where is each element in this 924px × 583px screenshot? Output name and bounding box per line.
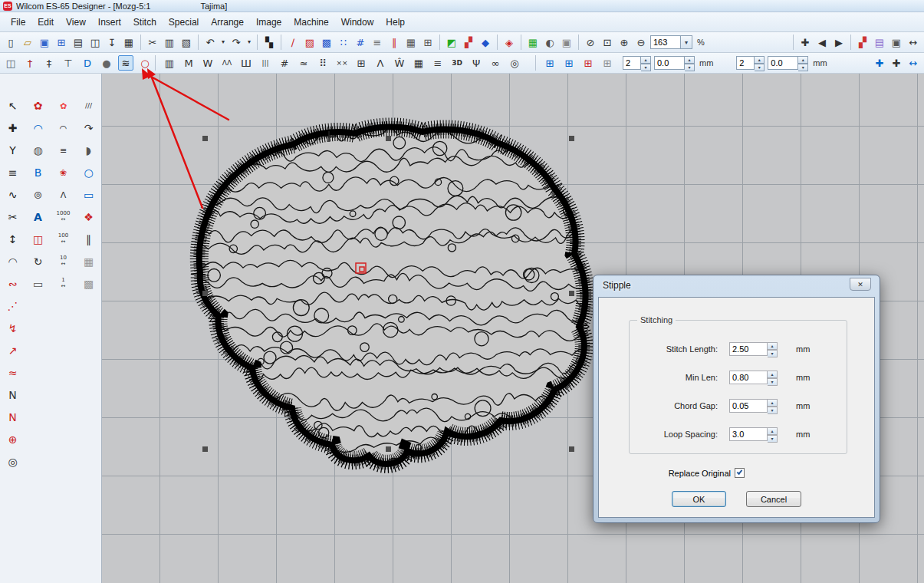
dense-fill-icon[interactable]: |||: [258, 55, 273, 71]
w-line-icon[interactable]: Ŵ: [392, 55, 407, 71]
pin-icon[interactable]: ‡: [41, 55, 57, 71]
spacing-preset-1000[interactable]: 1000↔: [54, 208, 73, 226]
letter-d-icon[interactable]: D: [80, 55, 95, 71]
stitch-length-input[interactable]: [729, 342, 768, 356]
runs-small-icon[interactable]: ≡: [54, 141, 73, 160]
e-stitch-icon[interactable]: Ш: [238, 55, 254, 71]
shapes-icon[interactable]: ◆: [478, 35, 493, 50]
zigzag-tool-icon[interactable]: ∿: [4, 186, 22, 204]
ring-3d-icon[interactable]: ⊚: [29, 186, 48, 204]
min-len-spinner[interactable]: ▴▾: [768, 371, 778, 384]
menu-item-stitch[interactable]: Stitch: [127, 14, 163, 31]
cancel-button[interactable]: Cancel: [746, 491, 801, 507]
next-view-icon[interactable]: ▶: [831, 35, 847, 50]
three-d-icon[interactable]: 3D: [449, 55, 465, 71]
wave-fill-icon[interactable]: ≈: [296, 55, 311, 71]
stipple-run-icon[interactable]: ≋: [118, 55, 133, 71]
grid-d-icon[interactable]: ⊞: [600, 55, 615, 71]
grid-a-icon[interactable]: ⊞: [542, 55, 557, 71]
menu-item-arrange[interactable]: Arrange: [205, 14, 250, 31]
zoom-in-icon[interactable]: ⊕: [617, 35, 632, 50]
angle-small-icon[interactable]: Λ: [54, 186, 73, 204]
zoom-factor-icon[interactable]: ⊘: [583, 35, 598, 50]
grid-spacing-x-input[interactable]: [623, 56, 641, 70]
overlap-view-icon[interactable]: ◐: [542, 35, 557, 50]
menu-item-help[interactable]: Help: [380, 14, 411, 31]
grid-spacing-x-spinner[interactable]: ▴▾: [641, 56, 651, 70]
zoom-dropdown-icon[interactable]: ▾: [681, 35, 692, 49]
dome-small-icon[interactable]: ◠: [54, 119, 73, 137]
stitch-list-icon[interactable]: ≡: [4, 163, 22, 182]
menu-item-image[interactable]: Image: [250, 14, 288, 31]
cylinder-tool-icon[interactable]: ▭: [29, 275, 48, 293]
motif-small-icon[interactable]: ❀: [54, 163, 73, 182]
fan-tool-icon[interactable]: ◠: [4, 252, 22, 271]
film-icon[interactable]: ▞: [461, 35, 476, 50]
export-file-icon[interactable]: ↧: [104, 35, 120, 50]
save-file-icon[interactable]: ▣: [37, 35, 52, 50]
run-stitch-icon[interactable]: ∕: [285, 35, 301, 50]
grid-b-icon[interactable]: ⊞: [561, 55, 577, 71]
mesh-fill-icon[interactable]: ▦: [403, 35, 419, 50]
cross-fill-icon[interactable]: ××: [334, 55, 350, 71]
menu-item-special[interactable]: Special: [163, 14, 205, 31]
columns-tool-icon[interactable]: ∥: [80, 230, 98, 249]
grid-offset-y-input[interactable]: [768, 56, 798, 70]
reshape-tool-icon[interactable]: ✚: [4, 119, 22, 137]
paste-icon[interactable]: ▧: [179, 35, 194, 50]
min-len-input[interactable]: [729, 371, 768, 384]
chord-gap-spinner[interactable]: ▴▾: [768, 399, 778, 413]
close-icon[interactable]: ✕: [850, 278, 871, 291]
grid-c-icon[interactable]: ⊞: [580, 55, 596, 71]
column-stitch-icon[interactable]: ∥: [386, 35, 402, 50]
tatami-icon[interactable]: #: [277, 55, 292, 71]
contour-fill-icon[interactable]: ≡: [370, 35, 385, 50]
zoom-window-icon[interactable]: ⊡: [600, 35, 615, 50]
branch-tool-icon[interactable]: Y: [4, 141, 22, 160]
globe-stitch-icon[interactable]: ◍: [29, 141, 48, 160]
texture-a-icon[interactable]: ▦: [80, 252, 98, 271]
move-hoop-icon[interactable]: ✚: [889, 55, 904, 71]
tatami-fill-icon[interactable]: ▩: [319, 35, 334, 50]
design-properties-icon[interactable]: ▣: [889, 35, 904, 50]
cut-icon[interactable]: ✂: [145, 35, 160, 50]
dot-fill-icon[interactable]: ⠿: [315, 55, 330, 71]
thread-palette-icon[interactable]: ▤: [872, 35, 887, 50]
move-design-icon[interactable]: ✚: [872, 55, 887, 71]
spacing-preset-100[interactable]: 100↔: [54, 230, 73, 249]
spacing-preset-1[interactable]: 1↔: [54, 275, 73, 293]
dotted-run-icon[interactable]: ⋰: [4, 297, 22, 315]
menu-item-view[interactable]: View: [60, 14, 92, 31]
arrow-run-icon[interactable]: ↗: [4, 341, 22, 360]
pan-arrows-icon[interactable]: ↔: [906, 55, 921, 71]
lattice-icon[interactable]: ⊞: [353, 55, 369, 71]
lettering-tool-icon[interactable]: A: [29, 208, 48, 226]
closed-object-icon[interactable]: ○: [137, 55, 153, 71]
menu-item-window[interactable]: Window: [335, 14, 380, 31]
menu-item-edit[interactable]: Edit: [31, 14, 60, 31]
print-icon[interactable]: ▤: [71, 35, 86, 50]
applique-tool-icon[interactable]: ◫: [29, 230, 48, 249]
satin-stitch-icon[interactable]: ▨: [302, 35, 317, 50]
hatch-lines-icon[interactable]: ///: [80, 97, 98, 115]
select-tool-icon[interactable]: ↖: [4, 97, 22, 115]
grid-offset-y-spinner[interactable]: ▴▾: [798, 56, 808, 70]
node-edit-icon[interactable]: ◈: [501, 35, 517, 50]
ripple-icon[interactable]: ◎: [507, 55, 522, 71]
previous-view-icon[interactable]: ◀: [814, 35, 830, 50]
auto-spacing-icon[interactable]: ↕: [4, 230, 22, 249]
bolt-run-icon[interactable]: ↯: [4, 319, 22, 338]
flower-small-icon[interactable]: ✿: [54, 97, 73, 115]
menu-item-machine[interactable]: Machine: [288, 14, 334, 31]
rotate-tool-icon[interactable]: ↻: [29, 252, 48, 271]
freehand-tool-icon[interactable]: ❖: [80, 208, 98, 226]
target-tool-icon[interactable]: ⊕: [4, 430, 22, 449]
chevron-icon[interactable]: Λ: [373, 55, 388, 71]
measure-icon[interactable]: ↔: [906, 35, 921, 50]
motif-fill-icon[interactable]: ∷: [336, 35, 351, 50]
pattern-fill-icon[interactable]: #: [353, 35, 368, 50]
undo-menu-icon[interactable]: ▾: [219, 35, 227, 50]
replace-original-checkbox[interactable]: [735, 468, 745, 478]
ok-button[interactable]: OK: [672, 491, 726, 507]
wave-run-icon[interactable]: ≈: [4, 364, 22, 382]
